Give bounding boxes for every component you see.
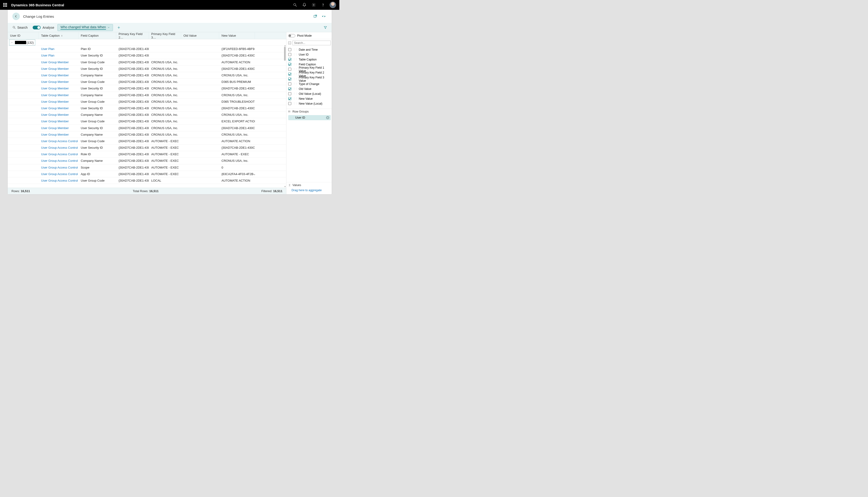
search-button[interactable]: Search — [11, 26, 29, 29]
col-old-value[interactable]: Old Value — [181, 32, 219, 39]
scroll-down-icon[interactable]: ▾ — [285, 185, 286, 188]
svg-rect-4 — [314, 15, 316, 17]
checkbox[interactable] — [288, 77, 291, 81]
table-caption-link[interactable]: User Group Access Control — [41, 159, 78, 162]
table-row[interactable]: User Group MemberUser Group Code{30AD7CA… — [8, 118, 286, 125]
table-caption-link[interactable]: User Group Member — [41, 106, 69, 110]
col-field-caption[interactable]: Field Caption — [78, 32, 116, 39]
table-caption-link[interactable]: User Group Access Control — [41, 146, 78, 150]
notifications-icon[interactable] — [300, 0, 309, 10]
collapse-all-button[interactable]: − — [288, 42, 291, 44]
column-toggle-item[interactable]: ⋮⋮Primary Key Field 3 Value — [286, 76, 332, 82]
table-row[interactable]: User Group Access ControlUser Group Code… — [8, 138, 286, 144]
settings-icon[interactable] — [309, 0, 318, 10]
checkbox[interactable] — [288, 48, 291, 51]
add-tab-button[interactable] — [115, 24, 122, 31]
table-row[interactable]: User Group MemberCompany Name{30AD7CAB-2… — [8, 92, 286, 99]
column-toggle-item[interactable]: ⋮⋮Date and Time — [286, 47, 332, 52]
table-row[interactable]: User PlanPlan ID{30AD7CAB-2DE1-430…{3F2A… — [8, 46, 286, 52]
table-caption-link[interactable]: User Group Member — [41, 60, 69, 64]
user-avatar[interactable] — [330, 2, 336, 8]
filter-icon[interactable] — [322, 24, 329, 31]
table-caption-link[interactable]: User Group Member — [41, 94, 69, 97]
checkbox[interactable] — [288, 82, 291, 85]
checkbox[interactable] — [288, 92, 291, 95]
table-caption-link[interactable]: User Group Access Control — [41, 172, 78, 176]
table-caption-link[interactable]: User Group Member — [41, 87, 69, 90]
table-row[interactable]: User Group Access ControlApp ID{30AD7CAB… — [8, 171, 286, 178]
table-row[interactable]: User Group MemberCompany Name{30AD7CAB-2… — [8, 131, 286, 138]
checkbox[interactable] — [288, 87, 291, 90]
table-caption-link[interactable]: User Group Member — [41, 113, 69, 116]
table-row[interactable]: User Group MemberUser Security ID{30AD7C… — [8, 66, 286, 72]
checkbox[interactable] — [288, 58, 291, 61]
column-toggle-item[interactable]: ⋮⋮New Value — [286, 96, 332, 101]
table-row[interactable]: User Group MemberUser Group Code{30AD7CA… — [8, 79, 286, 85]
analysis-tab-active[interactable]: Who changed What data When — [57, 24, 113, 31]
drag-grip-icon: ⋮⋮ — [293, 92, 297, 95]
table-caption-link[interactable]: User Plan — [41, 47, 54, 51]
column-toggle-item[interactable]: ⋮⋮Table Caption — [286, 57, 332, 62]
checkbox[interactable] — [288, 63, 291, 66]
table-row[interactable]: User Group MemberUser Security ID{30AD7C… — [8, 125, 286, 131]
group-row[interactable]: (132) — [8, 39, 286, 46]
column-toggle-item[interactable]: ⋮⋮Old Value (Local) — [286, 91, 332, 96]
table-row[interactable]: User Group Access ControlUser Group Code… — [8, 178, 286, 184]
table-caption-link[interactable]: User Group Member — [41, 100, 69, 103]
rowgroup-chip[interactable]: ⋮⋮ User ID ✕ — [288, 115, 331, 120]
global-search-icon[interactable] — [290, 0, 300, 10]
scrollbar-thumb[interactable] — [284, 47, 286, 61]
table-row[interactable]: User Group Access ControlRole ID{30AD7CA… — [8, 151, 286, 158]
table-row[interactable]: User Group MemberUser Security ID{30AD7C… — [8, 105, 286, 112]
checkbox[interactable] — [288, 97, 291, 100]
table-caption-link[interactable]: User Group Member — [41, 80, 69, 84]
col-user-id[interactable]: User ID — [8, 32, 39, 39]
table-caption-link[interactable]: User Group Member — [41, 126, 69, 130]
drag-grip-icon: ⋮⋮ — [293, 102, 297, 105]
table-caption-link[interactable]: User Plan — [41, 54, 54, 57]
table-row[interactable]: User Group MemberUser Group Code{30AD7CA… — [8, 99, 286, 105]
column-toggle-item[interactable]: ⋮⋮Old Value — [286, 86, 332, 91]
column-toggle-item[interactable]: ⋮⋮New Value (Local) — [286, 101, 332, 106]
table-caption-link[interactable]: User Group Access Control — [41, 166, 78, 169]
checkbox[interactable] — [288, 73, 291, 76]
rowgroups-icon — [288, 110, 291, 113]
table-caption-link[interactable]: User Group Member — [41, 119, 69, 123]
table-row[interactable]: User Group MemberCompany Name{30AD7CAB-2… — [8, 112, 286, 118]
help-icon[interactable] — [318, 0, 328, 10]
table-row[interactable]: User Group MemberCompany Name{30AD7CAB-2… — [8, 72, 286, 79]
col-new-value[interactable]: New Value — [219, 32, 255, 39]
app-launcher-icon[interactable] — [3, 3, 7, 7]
checkbox[interactable] — [288, 53, 291, 56]
checkbox[interactable] — [288, 68, 291, 71]
chevron-down-icon[interactable] — [11, 41, 13, 44]
column-search-input[interactable] — [292, 41, 331, 45]
collapse-icon[interactable] — [320, 13, 327, 19]
table-caption-link[interactable]: User Group Member — [41, 67, 69, 71]
table-caption-link[interactable]: User Group Access Control — [41, 179, 78, 182]
scroll-up-icon[interactable]: ▴ — [285, 44, 286, 47]
col-pk2[interactable]: Primary Key Field 2… — [116, 32, 149, 39]
chevron-down-icon — [107, 26, 110, 29]
table-caption-link[interactable]: User Group Member — [41, 73, 69, 77]
pivot-mode-toggle[interactable] — [288, 34, 295, 37]
remove-rowgroup-icon[interactable]: ✕ — [326, 116, 329, 119]
table-caption-link[interactable]: User Group Access Control — [41, 139, 78, 143]
table-caption-link[interactable]: User Group Member — [41, 133, 69, 136]
table-row[interactable]: User Group MemberUser Security ID{30AD7C… — [8, 85, 286, 92]
col-table-caption[interactable]: Table Caption — [39, 32, 78, 39]
analysis-tab-label: Who changed What data When — [60, 25, 106, 30]
svg-point-3 — [323, 6, 323, 6]
analyse-toggle[interactable] — [33, 26, 41, 29]
column-toggle-item[interactable]: ⋮⋮User ID — [286, 52, 332, 57]
open-in-new-icon[interactable] — [312, 13, 319, 19]
table-row[interactable]: User Group MemberUser Group Code{30AD7CA… — [8, 59, 286, 66]
table-caption-link[interactable]: User Group Access Control — [41, 153, 78, 156]
back-button[interactable] — [12, 13, 20, 20]
table-row[interactable]: User PlanUser Security ID{30AD7CAB-2DE1-… — [8, 52, 286, 59]
col-pk3[interactable]: Primary Key Field 3… — [149, 32, 181, 39]
table-row[interactable]: User Group Access ControlUser Security I… — [8, 144, 286, 151]
checkbox[interactable] — [288, 102, 291, 105]
table-row[interactable]: User Group Access ControlScope{30AD7CAB-… — [8, 164, 286, 171]
table-row[interactable]: User Group Access ControlCompany Name{30… — [8, 158, 286, 164]
